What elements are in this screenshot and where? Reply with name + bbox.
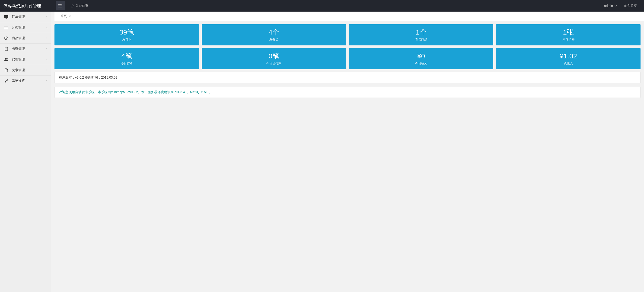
content: 39笔 总订单 4个 总分类 1个 在售商品 1张 库存卡密 4笔	[51, 21, 644, 105]
stat-today-orders: 4笔 今日订单	[54, 48, 199, 69]
sidebar-item-label: 系统设置	[12, 79, 45, 83]
sidebar-item-label: 卡密管理	[12, 47, 45, 51]
tools-icon	[4, 79, 9, 83]
sidebar-item-articles[interactable]: 文章管理 〈	[0, 65, 51, 76]
sidebar-item-label: 文章管理	[12, 68, 45, 72]
sidebar-item-agents[interactable]: 代理管理 〈	[0, 54, 51, 65]
stat-label: 总订单	[57, 38, 196, 42]
close-icon[interactable]: ✕	[68, 14, 71, 18]
logo: 侠客岛资源后台管理	[0, 0, 51, 12]
sidebar-item-orders[interactable]: 订单管理 〈	[0, 12, 51, 22]
stat-total-income: ¥1.02 总收入	[496, 48, 640, 69]
file-icon	[4, 68, 9, 72]
admin-dropdown[interactable]: admin	[601, 0, 620, 12]
sidebar-item-label: 代理管理	[12, 58, 45, 62]
menu-icon	[58, 4, 62, 8]
chevron-down-icon	[614, 5, 617, 7]
header-left: 后台首页	[51, 0, 601, 12]
stat-label: 总分类	[204, 38, 344, 42]
stat-label: 今日收入	[351, 62, 491, 66]
users-icon	[4, 58, 9, 61]
welcome-panel: 欢迎您使用自动发卡系统，本系统由thinkphp5+layui2.2开发，服务器…	[54, 87, 640, 98]
stat-label: 总收入	[498, 62, 638, 66]
card-icon	[4, 47, 9, 51]
svg-point-15	[5, 58, 6, 60]
welcome-text: 欢迎您使用自动发卡系统，本系统由thinkphp5+layui2.2开发，服务器…	[59, 90, 212, 94]
svg-rect-7	[6, 18, 7, 18]
chevron-left-icon: 〈	[45, 47, 48, 51]
stat-label: 库存卡密	[498, 38, 638, 42]
sidebar: 订单管理 〈 分类管理 〈 商品管理 〈 卡密管理 〈	[0, 12, 51, 292]
home-icon	[70, 4, 74, 8]
stat-card-stock: 1张 库存卡密	[496, 24, 640, 46]
tabs: 首页 ✕	[54, 12, 644, 21]
sidebar-item-label: 分类管理	[12, 26, 45, 30]
stats-row-2: 4笔 今日订单 0笔 今日已付款 ¥0 今日收入 ¥1.02 总收入	[54, 48, 640, 69]
chevron-left-icon: 〈	[45, 26, 48, 30]
home-label: 后台首页	[75, 4, 88, 8]
svg-point-4	[62, 6, 62, 6]
tab-home[interactable]: 首页 ✕	[59, 12, 72, 21]
stats-row-1: 39笔 总订单 4个 总分类 1个 在售商品 1张 库存卡密	[54, 24, 640, 46]
chevron-left-icon: 〈	[45, 68, 48, 72]
stat-value: 39笔	[57, 28, 196, 36]
stat-value: 1个	[351, 28, 491, 36]
stat-total-orders: 39笔 总订单	[54, 24, 199, 46]
tab-label: 首页	[60, 14, 67, 18]
stat-today-paid: 0笔 今日已付款	[202, 48, 346, 69]
sidebar-item-settings[interactable]: 系统设置 〈	[0, 76, 51, 86]
version-text: 程序版本：v2.6.2 更新时间：2018.03.03	[59, 76, 117, 79]
front-link[interactable]: 前台首页	[620, 0, 640, 12]
sidebar-item-categories[interactable]: 分类管理 〈	[0, 22, 51, 33]
svg-point-3	[62, 4, 62, 5]
svg-point-16	[6, 58, 8, 60]
monitor-icon	[4, 15, 9, 18]
cube-icon	[4, 36, 9, 40]
stat-label: 今日已付款	[204, 62, 344, 66]
menu-toggle-button[interactable]	[56, 1, 65, 10]
svg-rect-6	[4, 15, 8, 18]
stat-total-categories: 4个 总分类	[202, 24, 346, 46]
sidebar-item-products[interactable]: 商品管理 〈	[0, 33, 51, 44]
header-right: admin 前台首页	[601, 0, 644, 12]
home-link[interactable]: 后台首页	[67, 0, 92, 12]
stat-today-income: ¥0 今日收入	[349, 48, 493, 69]
admin-label: admin	[604, 4, 613, 8]
sidebar-item-cards[interactable]: 卡密管理 〈	[0, 44, 51, 54]
svg-point-5	[62, 7, 62, 8]
main: 首页 ✕ 39笔 总订单 4个 总分类 1个 在售商品 1张	[51, 12, 644, 292]
stat-value: 1张	[498, 28, 638, 36]
stat-label: 在售商品	[351, 38, 491, 42]
stat-label: 今日订单	[57, 62, 196, 66]
chevron-left-icon: 〈	[45, 79, 48, 83]
stat-value: ¥1.02	[498, 52, 638, 60]
chevron-left-icon: 〈	[45, 58, 48, 62]
list-icon	[4, 26, 9, 29]
sidebar-item-label: 商品管理	[12, 36, 45, 40]
header: 侠客岛资源后台管理 后台首页 admin 前台首页	[0, 0, 644, 12]
version-panel: 程序版本：v2.6.2 更新时间：2018.03.03	[54, 72, 640, 83]
sidebar-item-label: 订单管理	[12, 15, 45, 19]
chevron-left-icon: 〈	[45, 36, 48, 40]
stat-value: 4个	[204, 28, 344, 36]
stat-value: 4笔	[57, 52, 196, 60]
stat-value: 0笔	[204, 52, 344, 60]
stat-value: ¥0	[351, 52, 491, 60]
chevron-left-icon: 〈	[45, 15, 48, 19]
stat-products-on-sale: 1个 在售商品	[349, 24, 493, 46]
